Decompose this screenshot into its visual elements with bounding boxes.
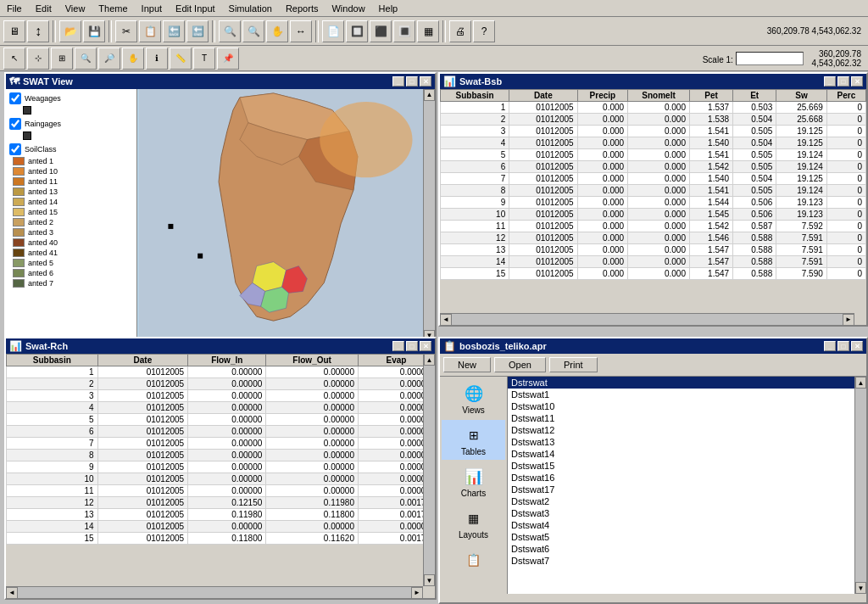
swat-view-minimize[interactable]: _	[392, 76, 404, 87]
sidebar-extra[interactable]: 📋	[442, 545, 505, 575]
rch-vscroll-down[interactable]: ▼	[424, 574, 435, 586]
tb-grid[interactable]: ▦	[417, 20, 439, 42]
swat-bsb-content[interactable]: Subbasin Date Precip Snomelt Pet Et Sw P…	[440, 89, 866, 313]
list-item[interactable]: Dstswat13	[508, 436, 866, 448]
menu-help[interactable]: Help	[372, 2, 405, 15]
menu-input[interactable]: Input	[135, 2, 169, 15]
sidebar-tables[interactable]: ⊞ Tables	[442, 420, 505, 460]
bos-vscroll-up[interactable]: ▲	[855, 377, 866, 389]
tb-select[interactable]: ↔	[290, 20, 312, 42]
tb-border[interactable]: 🔳	[393, 20, 415, 42]
list-item[interactable]: Dstswat2	[508, 495, 866, 507]
scale-input[interactable]	[736, 52, 804, 65]
tb-copy[interactable]: 📋	[139, 20, 161, 42]
tb-redo[interactable]: 🔚	[186, 20, 209, 42]
tb-print[interactable]: 🖨	[449, 20, 471, 42]
tb2-measure[interactable]: 📏	[170, 48, 192, 70]
table-cell: 7	[7, 438, 98, 450]
bosbozis-close[interactable]: ✕	[851, 341, 863, 351]
list-item[interactable]: Dstswat11	[508, 412, 866, 424]
swat-bsb-hscroll[interactable]: ◄ ►	[440, 313, 854, 325]
sidebar-layouts[interactable]: ▦ Layouts	[442, 503, 505, 543]
list-item[interactable]: Dstswat6	[508, 543, 866, 555]
tb-save[interactable]: 💾	[83, 20, 105, 42]
bosbozis-print-btn[interactable]: Print	[549, 357, 598, 372]
bosbozis-open-btn[interactable]: Open	[494, 357, 546, 372]
table-cell: 0.000	[628, 268, 690, 280]
tb-pan[interactable]: ✋	[266, 20, 288, 42]
tb-undo[interactable]: 🔙	[163, 20, 185, 42]
tb-fill[interactable]: ⬛	[370, 20, 392, 42]
bosbozis-maximize[interactable]: □	[837, 341, 849, 351]
table-cell: 0.00000	[188, 378, 266, 390]
hscroll-right[interactable]: ►	[843, 314, 854, 326]
tb2-label[interactable]: T	[193, 48, 215, 70]
list-item[interactable]: Dstswat5	[508, 531, 866, 543]
tb-help[interactable]: ?	[473, 20, 495, 42]
soilclass-checkbox[interactable]	[9, 143, 21, 155]
tb2-zoom-rect[interactable]: ⊞	[51, 48, 73, 70]
list-item[interactable]: Dstrswat	[508, 377, 866, 389]
list-item[interactable]: Dstswat3	[508, 507, 866, 519]
rch-hscroll-right[interactable]: ►	[411, 587, 423, 599]
tb2-select2[interactable]: ⊹	[27, 48, 49, 70]
tb2-identify[interactable]: ℹ	[146, 48, 168, 70]
list-item[interactable]: Dstswat1	[508, 389, 866, 400]
hscroll-left[interactable]: ◄	[440, 314, 452, 326]
swat-rch-close[interactable]: ✕	[420, 341, 431, 351]
tb-frame[interactable]: 🔲	[346, 20, 368, 42]
list-item[interactable]: Dstswat7	[508, 555, 866, 567]
list-item[interactable]: Dstswat16	[508, 472, 866, 484]
menu-simulation[interactable]: Simulation	[222, 2, 279, 15]
menu-file[interactable]: File	[0, 2, 29, 15]
bos-list-vscroll[interactable]: ▲ ▼	[854, 377, 866, 594]
tb-zoom-in[interactable]: 🔍	[219, 20, 241, 42]
swat-bsb-maximize[interactable]: □	[837, 76, 849, 87]
menu-edit-input[interactable]: Edit Input	[169, 2, 221, 15]
bosbozis-list[interactable]: DstrswatDstswat1Dstswat10Dstswat11Dstswa…	[508, 377, 866, 594]
rch-vscroll-up[interactable]: ▲	[424, 354, 435, 366]
swat-bsb-minimize[interactable]: _	[824, 76, 836, 87]
swat-bsb-close[interactable]: ✕	[851, 76, 863, 87]
menu-theme[interactable]: Theme	[92, 2, 134, 15]
list-item[interactable]: Dstswat14	[508, 448, 866, 460]
swat-rch-maximize[interactable]: □	[406, 341, 418, 351]
tb2-zoom-out2[interactable]: 🔎	[98, 48, 120, 70]
swat-view-maximize[interactable]: □	[406, 76, 418, 87]
tb-open[interactable]: ↕	[27, 20, 49, 42]
tb-new[interactable]: 🖥	[3, 20, 25, 42]
list-item[interactable]: Dstswat4	[508, 519, 866, 531]
weagages-checkbox[interactable]	[9, 92, 21, 104]
swat-rch-vscroll[interactable]: ▲ ▼	[423, 354, 435, 586]
tb-cut[interactable]: ✂	[115, 20, 137, 42]
menu-view[interactable]: View	[58, 2, 92, 15]
swat-rch-hscroll[interactable]: ◄ ►	[6, 586, 423, 598]
swat-rch-minimize[interactable]: _	[392, 341, 404, 351]
tb-zoom-out[interactable]: 🔍	[242, 20, 264, 42]
menu-reports[interactable]: Reports	[279, 2, 326, 15]
tb-new-doc[interactable]: 📄	[322, 20, 344, 42]
list-item[interactable]: Dstswat17	[508, 484, 866, 495]
bosbozis-minimize[interactable]: _	[824, 341, 836, 351]
raingages-checkbox[interactable]	[9, 118, 21, 130]
rch-hscroll-left[interactable]: ◄	[6, 587, 18, 599]
tb2-pan2[interactable]: ✋	[122, 48, 144, 70]
bos-vscroll-down[interactable]: ▼	[855, 582, 866, 594]
sidebar-views[interactable]: 🌐 Views	[442, 378, 505, 418]
soilclass-label: SoilClass	[25, 145, 57, 154]
tb2-pin[interactable]: 📌	[217, 48, 239, 70]
tb-open-file[interactable]: 📂	[59, 20, 81, 42]
list-item[interactable]: Dstswat12	[508, 424, 866, 436]
sidebar-charts[interactable]: 📊 Charts	[442, 461, 505, 501]
swat-rch-content[interactable]: Subbasin Date Flow_In Flow_Out Evap 1010…	[6, 354, 435, 586]
bosbozis-new-btn[interactable]: New	[443, 357, 491, 372]
tb2-arrow[interactable]: ↖	[3, 48, 25, 70]
swat-view-scrollbar[interactable]: ▲ ▼	[423, 89, 435, 342]
swat-view-close[interactable]: ✕	[420, 76, 431, 87]
menu-edit[interactable]: Edit	[29, 2, 58, 15]
menu-window[interactable]: Window	[325, 2, 371, 15]
swat-map[interactable]	[137, 89, 435, 342]
tb2-zoom-in2[interactable]: 🔍	[75, 48, 97, 70]
list-item[interactable]: Dstswat10	[508, 400, 866, 412]
list-item[interactable]: Dstswat15	[508, 460, 866, 472]
